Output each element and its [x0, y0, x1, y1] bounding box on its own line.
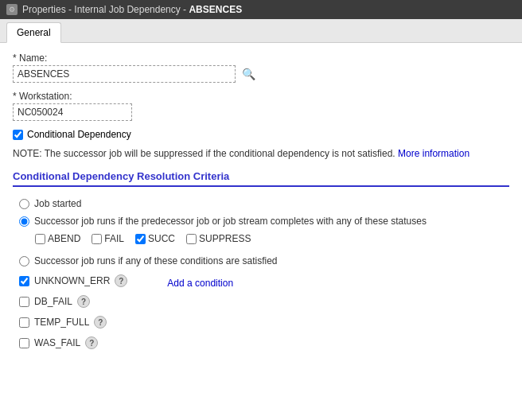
more-info-link[interactable]: More information — [398, 148, 469, 159]
radio-successor-status: Successor job runs if the predecessor jo… — [13, 216, 509, 227]
db-fail-checkbox[interactable] — [19, 297, 29, 307]
succ-label[interactable]: SUCC — [148, 233, 175, 244]
conditions-row: UNKNOWN_ERR ? DB_FAIL ? TEMP_FULL ? — [13, 274, 509, 353]
radio-job-started: Job started — [13, 198, 509, 209]
form-content: * Name: 🔍 * Workstation: Conditional Dep… — [0, 43, 522, 420]
add-condition-link[interactable]: Add a condition — [167, 278, 233, 289]
radio-job-started-input[interactable] — [19, 199, 29, 209]
app-icon: ⚙ — [6, 4, 18, 15]
db-fail-help-icon[interactable]: ? — [77, 295, 90, 308]
suppress-checkbox[interactable] — [186, 234, 197, 244]
radio-successor-conditions-label[interactable]: Successor job runs if any of these condi… — [34, 255, 278, 266]
title-bar-text: Properties - Internal Job Dependency - A… — [22, 4, 242, 15]
condition-temp-full: TEMP_FULL ? — [19, 316, 127, 329]
condition-unknown-err: UNKNOWN_ERR ? — [19, 274, 127, 287]
was-fail-label[interactable]: WAS_FAIL — [34, 337, 80, 348]
main-panel: General * Name: 🔍 * Workstation: Conditi… — [0, 19, 522, 420]
title-bar: ⚙ Properties - Internal Job Dependency -… — [0, 0, 522, 19]
name-search-icon[interactable]: 🔍 — [240, 66, 256, 82]
condition-was-fail: WAS_FAIL ? — [19, 336, 127, 349]
note-text: NOTE: The successor job will be suppress… — [13, 148, 395, 159]
conditions-list: UNKNOWN_ERR ? DB_FAIL ? TEMP_FULL ? — [19, 274, 127, 353]
db-fail-label[interactable]: DB_FAIL — [34, 296, 72, 307]
temp-full-help-icon[interactable]: ? — [94, 316, 107, 329]
conditional-dep-label[interactable]: Conditional Dependency — [27, 129, 131, 140]
fail-checkbox[interactable] — [92, 234, 102, 244]
conditional-dep-checkbox[interactable] — [13, 130, 23, 140]
section-title: Conditional Dependency Resolution Criter… — [13, 170, 229, 182]
note-row: NOTE: The successor job will be suppress… — [13, 146, 509, 161]
section-header: Conditional Dependency Resolution Criter… — [13, 170, 509, 187]
name-field-row: 🔍 — [13, 65, 509, 83]
abend-checkbox[interactable] — [35, 234, 45, 244]
radio-successor-conditions: Successor job runs if any of these condi… — [13, 255, 509, 266]
add-condition-col: Add a condition — [143, 274, 233, 289]
status-fail: FAIL — [92, 233, 124, 244]
status-abend: ABEND — [35, 233, 80, 244]
temp-full-checkbox[interactable] — [19, 317, 29, 328]
conditional-dep-row: Conditional Dependency — [13, 129, 509, 140]
radio-successor-status-input[interactable] — [19, 216, 29, 227]
unknown-err-help-icon[interactable]: ? — [115, 274, 127, 287]
suppress-label[interactable]: SUPPRESS — [199, 233, 251, 244]
status-succ: SUCC — [135, 233, 175, 244]
name-input[interactable] — [13, 65, 236, 83]
was-fail-checkbox[interactable] — [19, 338, 29, 348]
tab-bar: General — [0, 19, 522, 43]
workstation-field-group: * Workstation: — [13, 91, 509, 121]
radio-successor-status-label[interactable]: Successor job runs if the predecessor jo… — [34, 216, 427, 227]
unknown-err-label[interactable]: UNKNOWN_ERR — [34, 275, 110, 286]
name-field-group: * Name: 🔍 — [13, 52, 509, 83]
status-checkboxes-row: ABEND FAIL SUCC SUPPRESS — [13, 233, 509, 244]
workstation-field-row — [13, 103, 509, 121]
condition-db-fail: DB_FAIL ? — [19, 295, 127, 308]
tab-general[interactable]: General — [6, 22, 61, 43]
fail-label[interactable]: FAIL — [104, 233, 124, 244]
radio-job-started-label[interactable]: Job started — [34, 198, 81, 209]
abend-label[interactable]: ABEND — [48, 233, 80, 244]
radio-successor-conditions-input[interactable] — [19, 256, 29, 266]
workstation-input[interactable] — [13, 103, 132, 121]
unknown-err-checkbox[interactable] — [19, 276, 29, 286]
was-fail-help-icon[interactable]: ? — [85, 336, 98, 349]
workstation-label: * Workstation: — [13, 91, 509, 102]
temp-full-label[interactable]: TEMP_FULL — [34, 317, 89, 328]
succ-checkbox[interactable] — [135, 234, 146, 244]
name-label: * Name: — [13, 52, 509, 64]
status-suppress: SUPPRESS — [186, 233, 251, 244]
